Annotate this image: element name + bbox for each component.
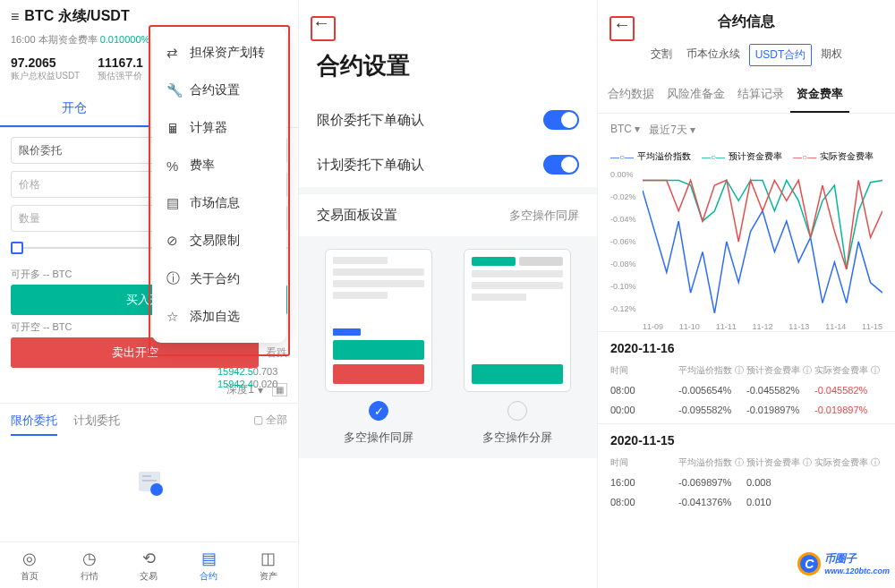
menu-market-info[interactable]: ▤市场信息 bbox=[152, 184, 286, 222]
menu-transfer[interactable]: ⇄担保资产划转 bbox=[152, 34, 286, 72]
back-button[interactable]: ← bbox=[610, 13, 634, 36]
funding-rate-chart: 0.00%-0.02%-0.04%-0.06%-0.08%-0.10%-0.12… bbox=[610, 170, 882, 331]
panel-setting-value: 多空操作同屏 bbox=[509, 208, 579, 224]
menu-limits[interactable]: ⊘交易限制 bbox=[152, 222, 286, 260]
doc-icon: ▤ bbox=[201, 549, 217, 568]
orders-limit-tab[interactable]: 限价委托 bbox=[11, 413, 57, 436]
layout-combined-option[interactable]: 多空操作同屏 bbox=[317, 249, 441, 446]
equity-label: 账户总权益USDT bbox=[11, 70, 80, 82]
menu-settings[interactable]: 🔧合约设置 bbox=[152, 72, 286, 109]
chart-legend: —○—平均溢价指数 —○—预计资金费率 —○—实际资金费率 bbox=[598, 147, 895, 170]
book-qty: 0.020 bbox=[253, 379, 278, 389]
info-tab-funding[interactable]: 资金费率 bbox=[790, 77, 849, 113]
nav-home[interactable]: ◎首页 bbox=[0, 542, 60, 588]
radio-unchecked-icon bbox=[507, 401, 527, 421]
forbid-icon: ⊘ bbox=[166, 233, 181, 249]
bottom-nav: ◎首页 ◷行情 ⟲交易 ▤合约 ◫资产 bbox=[0, 541, 298, 588]
table-row: 08:00-0.041376%0.010 bbox=[610, 492, 882, 512]
limit-confirm-toggle[interactable] bbox=[543, 110, 579, 130]
radio-checked-icon bbox=[369, 401, 388, 421]
book-price: 15942.4 bbox=[217, 379, 253, 389]
limit-confirm-label: 限价委托下单确认 bbox=[317, 112, 424, 129]
funding-rate: 0.010000% bbox=[100, 34, 150, 45]
info-tab-risk[interactable]: 风险准备金 bbox=[661, 77, 731, 113]
flame-icon: ◎ bbox=[22, 549, 37, 568]
price-input[interactable]: 价格 bbox=[19, 177, 40, 192]
plan-confirm-label: 计划委托下单确认 bbox=[317, 157, 424, 174]
empty-orders bbox=[0, 436, 298, 529]
transfer-icon: ⇄ bbox=[166, 45, 181, 61]
nav-futures[interactable]: ▤合约 bbox=[179, 542, 239, 588]
type-coin-perp[interactable]: 币本位永续 bbox=[681, 44, 746, 66]
wrench-icon: 🔧 bbox=[166, 82, 181, 98]
menu-icon[interactable]: ≡ bbox=[11, 9, 19, 25]
logo-icon: C bbox=[797, 552, 821, 575]
calculator-icon: 🖩 bbox=[166, 121, 181, 136]
page-title: 合约设置 bbox=[299, 45, 597, 98]
list-icon: ▤ bbox=[166, 195, 181, 211]
percent-icon: % bbox=[166, 158, 181, 174]
screenshot-panel-1: ≡ BTC 永续/USDT 16:00 本期资金费率 0.010000% 97.… bbox=[0, 0, 298, 588]
type-options[interactable]: 期权 bbox=[815, 44, 848, 66]
book-qty: 0.703 bbox=[253, 366, 278, 377]
liq-label: 预估强平价 bbox=[98, 70, 143, 82]
svg-point-3 bbox=[150, 483, 163, 496]
table-row: 08:00-0.005654%-0.045582%-0.045582% bbox=[610, 380, 882, 400]
screenshot-panel-3: ← 合约信息 交割 币本位永续 USDT合约 期权 合约数据 风险准备金 结算记… bbox=[597, 0, 895, 588]
funding-label: 16:00 本期资金费率 bbox=[11, 34, 98, 45]
svg-rect-1 bbox=[142, 475, 151, 477]
period-filter[interactable]: 最近7天 ▾ bbox=[649, 123, 695, 138]
nav-assets[interactable]: ◫资产 bbox=[238, 542, 298, 588]
orders-plan-tab[interactable]: 计划委托 bbox=[73, 413, 120, 436]
star-icon: ☆ bbox=[166, 309, 181, 325]
layout-combined-label: 多空操作同屏 bbox=[344, 430, 413, 446]
trade-icon: ⟲ bbox=[142, 549, 156, 568]
layout-split-label: 多空操作分屏 bbox=[482, 430, 552, 446]
watermark: C 币圈子 www.120btc.com bbox=[797, 551, 890, 575]
layout-split-option[interactable]: 多空操作分屏 bbox=[456, 249, 580, 446]
nav-trade[interactable]: ⟲交易 bbox=[119, 542, 179, 588]
table-row: 00:00-0.095582%-0.019897%-0.019897% bbox=[610, 400, 882, 420]
page-title: 合约信息 bbox=[598, 0, 895, 38]
table-row: 16:00-0.069897%0.008 bbox=[610, 473, 882, 492]
compass-icon: ◷ bbox=[82, 549, 97, 568]
date-header: 2020-11-15 bbox=[610, 433, 882, 447]
menu-about[interactable]: ⓘ关于合约 bbox=[152, 260, 286, 298]
panel-setting-label: 交易面板设置 bbox=[317, 207, 397, 224]
plan-confirm-toggle[interactable] bbox=[543, 155, 579, 175]
overflow-menu: ⇄担保资产划转 🔧合约设置 🖩计算器 %费率 ▤市场信息 ⊘交易限制 ⓘ关于合约… bbox=[152, 27, 286, 343]
menu-fees[interactable]: %费率 bbox=[152, 147, 286, 184]
wallet-icon: ◫ bbox=[260, 549, 276, 568]
book-price: 15942.5 bbox=[217, 366, 253, 377]
info-icon: ⓘ bbox=[166, 270, 181, 287]
info-tab-settle[interactable]: 结算记录 bbox=[731, 77, 790, 113]
orders-all-link[interactable]: ▢ 全部 bbox=[253, 413, 287, 436]
coin-filter[interactable]: BTC ▾ bbox=[610, 123, 640, 138]
info-tab-data[interactable]: 合约数据 bbox=[601, 77, 661, 113]
menu-favorite[interactable]: ☆添加自选 bbox=[152, 298, 286, 336]
liq-value: 11167.1 bbox=[98, 55, 143, 70]
menu-calculator[interactable]: 🖩计算器 bbox=[152, 109, 286, 147]
trading-pair[interactable]: BTC 永续/USDT bbox=[24, 7, 129, 26]
back-button[interactable]: ← bbox=[310, 11, 333, 34]
tab-open[interactable]: 开仓 bbox=[0, 91, 149, 127]
svg-rect-2 bbox=[142, 480, 157, 481]
screenshot-panel-2: ← 合约设置 限价委托下单确认 计划委托下单确认 交易面板设置 多空操作同屏 多… bbox=[298, 0, 597, 588]
type-delivery[interactable]: 交割 bbox=[645, 44, 678, 66]
bearish-label: 看跌 bbox=[266, 345, 287, 361]
nav-markets[interactable]: ◷行情 bbox=[60, 542, 120, 588]
type-usdt[interactable]: USDT合约 bbox=[749, 44, 813, 66]
equity-value: 97.2065 bbox=[11, 55, 80, 70]
date-header: 2020-11-16 bbox=[610, 341, 882, 355]
